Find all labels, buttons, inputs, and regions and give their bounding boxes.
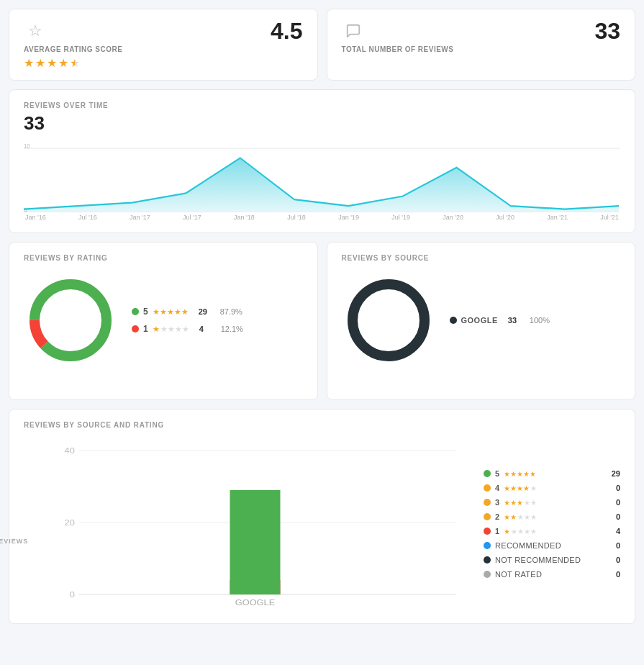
bar-legend-count-not-recommended: 0 [606, 556, 620, 564]
bar-legend-dot-1 [484, 528, 491, 535]
bar-legend-label-not-recommended: NOT RECOMMENDED [495, 556, 581, 564]
x-axis-labels: Jan '16 Jul '16 Jan '17 Jul '17 Jan '18 … [24, 214, 620, 221]
bar-chart-left: REVIEWS 40 20 0 [24, 436, 465, 612]
source-donut-svg [342, 273, 435, 367]
bar-legend-count-3: 0 [606, 498, 620, 507]
bar-legend-stars-3: ★★★★★ [504, 499, 537, 507]
bar-legend-dot-not-recommended [484, 556, 491, 564]
bar-legend-label-5: 5 [495, 469, 499, 478]
bar-legend-count-2: 0 [606, 512, 620, 521]
legend-google-label: GOOGLE [461, 316, 498, 325]
bar-legend-not-recommended: NOT RECOMMENDED 0 [484, 556, 620, 564]
bar-chart-area: REVIEWS 40 20 0 [24, 436, 620, 612]
reviews-by-source-donut-area: GOOGLE 33 100% [342, 273, 621, 367]
chat-icon [342, 19, 365, 42]
reviews-time-count: 33 [24, 112, 620, 135]
star-1: ★ [24, 56, 34, 70]
x-label: Jan '20 [443, 214, 463, 221]
bar-legend-label-not-rated: NOT RATED [495, 570, 542, 579]
bar-legend-dot-4 [484, 484, 491, 492]
legend-pct-1: 12.1% [221, 325, 243, 333]
x-label: Jul '17 [183, 214, 201, 221]
bar-legend-1star: 1 ★★★★★ 4 [484, 527, 620, 535]
svg-text:40: 40 [65, 446, 76, 456]
bar-legend-dot-recommended [484, 542, 491, 549]
x-label: Jul '19 [391, 214, 410, 221]
bar-legend-4star: 4 ★★★★★ 0 [484, 484, 620, 492]
bar-legend-dot-5 [484, 470, 491, 477]
legend-dot-google [450, 317, 457, 324]
reviews-by-source-rating-card: REVIEWS BY SOURCE AND RATING REVIEWS 40 … [9, 409, 635, 624]
legend-rating-5: 5 [143, 307, 148, 317]
legend-google-count: 33 [508, 316, 522, 325]
avg-rating-stars: ★ ★ ★ ★ ★ [24, 56, 303, 70]
bar-legend-stars-1: ★★★★★ [504, 528, 537, 535]
reviews-by-rating-card: REVIEWS BY RATING 5 ★★★★★ 29 [9, 242, 318, 400]
y-axis-label: REVIEWS [0, 538, 28, 545]
bar-legend-dot-2 [484, 513, 491, 520]
avg-rating-label: AVERAGE RATING SCORE [24, 45, 303, 53]
rating-donut-svg [24, 273, 117, 367]
x-label: Jul '18 [287, 214, 306, 221]
middle-row: REVIEWS BY RATING 5 ★★★★★ 29 [9, 242, 635, 400]
bar-legend-3star: 3 ★★★★★ 0 [484, 498, 620, 507]
svg-point-5 [35, 284, 106, 356]
avg-rating-value: 4.5 [271, 19, 302, 42]
reviews-over-time-card: REVIEWS OVER TIME 33 10 0 Jan '16 J [9, 89, 635, 233]
avg-rating-card: ☆ 4.5 AVERAGE RATING SCORE ★ ★ ★ ★ ★ [9, 9, 318, 81]
x-label: Jul '16 [78, 214, 97, 221]
legend-pct-5: 87.9% [220, 307, 242, 316]
x-label: Jul '20 [496, 214, 514, 221]
total-reviews-value: 33 [594, 19, 620, 42]
reviews-by-source-card: REVIEWS BY SOURCE GOOGLE 33 100% [327, 242, 636, 400]
bar-green [230, 490, 281, 594]
legend-count-5: 29 [199, 307, 213, 316]
reviews-by-source-rating-title: REVIEWS BY SOURCE AND RATING [24, 421, 620, 429]
bar-legend-label-3: 3 [495, 498, 499, 507]
bar-legend-count-not-rated: 0 [606, 570, 620, 579]
x-label: Jan '17 [130, 214, 150, 221]
legend-stars-1: ★★★★★ [153, 325, 189, 334]
bar-legend-2star: 2 ★★★★★ 0 [484, 512, 620, 521]
svg-text:20: 20 [65, 518, 76, 528]
bar-legend-dot-3 [484, 499, 491, 506]
bar-legend-label-1: 1 [495, 527, 499, 535]
bar-legend-count-4: 0 [606, 484, 620, 492]
legend-google-pct: 100% [530, 316, 550, 325]
reviews-by-source-title: REVIEWS BY SOURCE [342, 254, 621, 262]
star-3: ★ [47, 56, 57, 70]
legend-rating-1: 1 [143, 324, 148, 334]
x-label: Jul '21 [600, 214, 619, 221]
source-legend: GOOGLE 33 100% [450, 316, 550, 325]
total-reviews-card: 33 TOTAL NUMBER OF REVIEWS [327, 9, 636, 81]
svg-text:10: 10 [24, 142, 30, 150]
bar-legend-count-1: 4 [606, 527, 620, 535]
star-half: ★ [70, 56, 80, 70]
bar-legend-label-2: 2 [495, 512, 499, 521]
star-2: ★ [35, 56, 45, 70]
bar-legend-label-recommended: RECOMMENDED [495, 541, 561, 550]
time-chart-svg: 10 0 [24, 140, 620, 212]
svg-text:0: 0 [70, 590, 76, 600]
top-cards-row: ☆ 4.5 AVERAGE RATING SCORE ★ ★ ★ ★ ★ 33 … [9, 9, 635, 81]
legend-count-1: 4 [199, 325, 214, 333]
legend-stars-5: ★★★★★ [153, 307, 189, 317]
legend-dot-1star [132, 325, 139, 332]
star-4: ★ [58, 56, 68, 70]
rating-legend: 5 ★★★★★ 29 87.9% 1 ★★★★★ 4 12.1% [132, 307, 243, 334]
legend-row-5star: 5 ★★★★★ 29 87.9% [132, 307, 243, 317]
bar-chart-svg: 40 20 0 GOOGLE [45, 436, 465, 609]
bar-legend-label-4: 4 [495, 484, 499, 492]
star-icon: ☆ [24, 19, 47, 42]
svg-point-7 [353, 284, 425, 356]
bar-legend-not-rated: NOT RATED 0 [484, 570, 620, 579]
x-label: Jan '16 [25, 214, 46, 221]
bar-legend-dot-not-rated [484, 571, 491, 578]
legend-dot-5star [132, 308, 139, 315]
reviews-time-title: REVIEWS OVER TIME [24, 101, 620, 109]
bar-legend-stars-5: ★★★★★ [504, 470, 536, 478]
bar-chart-right: 5 ★★★★★ 29 4 ★★★★★ 0 3 ★★★★★ [476, 436, 620, 612]
legend-row-1star: 1 ★★★★★ 4 12.1% [132, 324, 243, 334]
x-label: Jan '18 [234, 214, 255, 221]
reviews-by-rating-title: REVIEWS BY RATING [24, 254, 303, 262]
